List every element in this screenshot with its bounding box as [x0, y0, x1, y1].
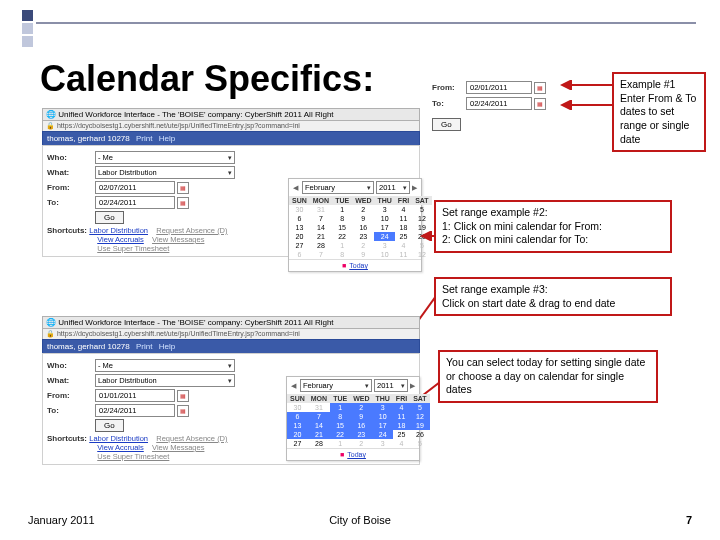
calendar-day[interactable]: 30: [287, 403, 308, 412]
calendar-day[interactable]: 12: [412, 214, 431, 223]
calendar-day[interactable]: 1: [332, 241, 352, 250]
month-select[interactable]: February: [302, 181, 374, 194]
calendar-day[interactable]: 9: [352, 214, 374, 223]
calendar-day[interactable]: 16: [350, 421, 372, 430]
calendar-day[interactable]: 16: [352, 223, 374, 232]
from-input[interactable]: 01/01/2011: [95, 389, 175, 402]
calendar-icon[interactable]: [534, 82, 546, 94]
calendar-day[interactable]: 18: [393, 421, 410, 430]
calendar-day[interactable]: 1: [330, 403, 350, 412]
calendar-icon[interactable]: [177, 197, 189, 209]
calendar-day[interactable]: 5: [410, 403, 429, 412]
calendar-day[interactable]: 12: [412, 250, 431, 259]
calendar-grid[interactable]: SUNMONTUEWEDTHUFRISAT3031123456789101112…: [287, 394, 430, 448]
calendar-day[interactable]: 23: [352, 232, 374, 241]
to-input[interactable]: 02/24/2011: [466, 97, 532, 110]
calendar-day[interactable]: 11: [395, 214, 412, 223]
calendar-day[interactable]: 31: [308, 403, 330, 412]
calendar-day[interactable]: 20: [287, 430, 308, 439]
calendar-day[interactable]: 17: [372, 421, 392, 430]
next-month-icon[interactable]: ▶: [410, 184, 419, 192]
shortcut-link[interactable]: Labor Distribution: [89, 226, 148, 235]
calendar-day[interactable]: 6: [289, 250, 310, 259]
shortcut-link[interactable]: Request Absence (D): [156, 226, 227, 235]
calendar-day[interactable]: 11: [393, 412, 410, 421]
who-select[interactable]: - Me: [95, 151, 235, 164]
year-select[interactable]: 2011: [376, 181, 410, 194]
calendar-day[interactable]: 12: [410, 412, 429, 421]
calendar-day[interactable]: 22: [332, 232, 352, 241]
calendar-day[interactable]: 3: [374, 241, 394, 250]
calendar-day[interactable]: 19: [410, 421, 429, 430]
shortcut-link[interactable]: View Accruals: [97, 235, 144, 244]
shortcut-link[interactable]: Labor Distribution: [89, 434, 148, 443]
what-select[interactable]: Labor Distribution: [95, 166, 235, 179]
calendar-day[interactable]: 15: [330, 421, 350, 430]
to-input[interactable]: 02/24/2011: [95, 404, 175, 417]
who-select[interactable]: - Me: [95, 359, 235, 372]
calendar-day[interactable]: 8: [330, 412, 350, 421]
from-input[interactable]: 02/07/2011: [95, 181, 175, 194]
to-input[interactable]: 02/24/2011: [95, 196, 175, 209]
mini-calendar-from[interactable]: ◀February2011▶SUNMONTUEWEDTHUFRISAT30311…: [288, 178, 422, 272]
calendar-day[interactable]: 2: [350, 403, 372, 412]
calendar-day[interactable]: 27: [289, 241, 310, 250]
calendar-day[interactable]: 4: [395, 205, 412, 214]
calendar-day[interactable]: 3: [372, 439, 392, 448]
calendar-day[interactable]: 14: [310, 223, 332, 232]
calendar-day[interactable]: 28: [310, 241, 332, 250]
calendar-day[interactable]: 11: [395, 250, 412, 259]
shortcut-link[interactable]: View Messages: [152, 235, 204, 244]
calendar-icon[interactable]: [177, 182, 189, 194]
calendar-day[interactable]: 5: [412, 205, 431, 214]
calendar-day[interactable]: 20: [289, 232, 310, 241]
calendar-day[interactable]: 6: [289, 214, 310, 223]
calendar-day[interactable]: 25: [395, 232, 412, 241]
mini-calendar-to[interactable]: ◀February2011▶SUNMONTUEWEDTHUFRISAT30311…: [286, 376, 420, 461]
shortcut-link[interactable]: Use Super Timesheet: [97, 452, 169, 461]
calendar-day[interactable]: 18: [395, 223, 412, 232]
calendar-day[interactable]: 23: [350, 430, 372, 439]
calendar-icon[interactable]: [534, 98, 546, 110]
calendar-day[interactable]: 31: [310, 205, 332, 214]
calendar-day[interactable]: 3: [374, 205, 394, 214]
calendar-day[interactable]: 5: [410, 439, 429, 448]
calendar-grid[interactable]: SUNMONTUEWEDTHUFRISAT3031123456789101112…: [289, 196, 432, 259]
calendar-day[interactable]: 13: [287, 421, 308, 430]
today-link[interactable]: Today: [347, 451, 366, 458]
today-link[interactable]: Today: [349, 262, 368, 269]
calendar-day[interactable]: 4: [393, 439, 410, 448]
calendar-day[interactable]: 21: [310, 232, 332, 241]
shortcut-link[interactable]: View Accruals: [97, 443, 144, 452]
calendar-day[interactable]: 10: [374, 250, 394, 259]
print-link[interactable]: Print: [136, 134, 152, 143]
calendar-day[interactable]: 7: [308, 412, 330, 421]
shortcut-link[interactable]: View Messages: [152, 443, 204, 452]
shortcut-link[interactable]: Use Super Timesheet: [97, 244, 169, 253]
calendar-day[interactable]: 10: [372, 412, 392, 421]
print-link[interactable]: Print: [136, 342, 152, 351]
calendar-day[interactable]: 21: [308, 430, 330, 439]
calendar-day[interactable]: 22: [330, 430, 350, 439]
calendar-day[interactable]: 30: [289, 205, 310, 214]
calendar-day[interactable]: 9: [352, 250, 374, 259]
calendar-day[interactable]: 17: [374, 223, 394, 232]
shortcut-link[interactable]: Request Absence (D): [156, 434, 227, 443]
what-select[interactable]: Labor Distribution: [95, 374, 235, 387]
prev-month-icon[interactable]: ◀: [291, 184, 300, 192]
year-select[interactable]: 2011: [374, 379, 408, 392]
calendar-icon[interactable]: [177, 390, 189, 402]
calendar-day[interactable]: 24: [374, 232, 394, 241]
next-month-icon[interactable]: ▶: [408, 382, 417, 390]
go-button[interactable]: Go: [95, 419, 124, 432]
calendar-day[interactable]: 9: [350, 412, 372, 421]
calendar-day[interactable]: 8: [332, 214, 352, 223]
calendar-day[interactable]: 7: [310, 214, 332, 223]
calendar-day[interactable]: 15: [332, 223, 352, 232]
calendar-day[interactable]: 24: [372, 430, 392, 439]
calendar-day[interactable]: 27: [287, 439, 308, 448]
from-input[interactable]: 02/01/2011: [466, 81, 532, 94]
calendar-day[interactable]: 4: [395, 241, 412, 250]
calendar-day[interactable]: 2: [352, 241, 374, 250]
help-link[interactable]: Help: [159, 134, 175, 143]
